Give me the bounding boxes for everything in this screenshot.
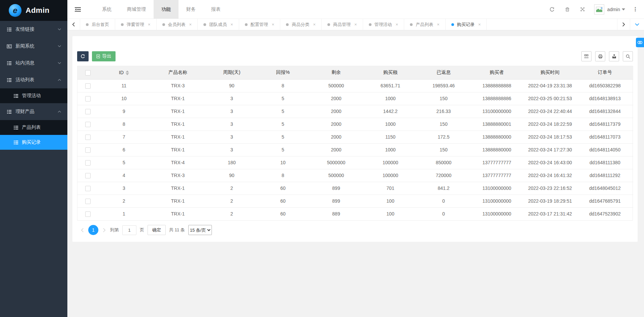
table-cell: dd1648132844 (577, 105, 633, 118)
tabs-menu-icon[interactable] (630, 19, 644, 30)
sidebar-collapse-icon[interactable] (67, 0, 88, 19)
page-number-input[interactable] (122, 225, 136, 235)
tab-close-icon[interactable]: × (313, 22, 316, 27)
trash-icon[interactable] (560, 0, 575, 19)
column-header-0: ID (98, 66, 150, 79)
sidebar-item-finance-products[interactable]: 理财产品 (0, 103, 67, 120)
tab-close-icon[interactable]: × (189, 22, 192, 27)
sidebar-item-product-list[interactable]: 产品列表 (0, 120, 67, 135)
columns-filter-icon[interactable] (581, 51, 591, 61)
nav-item-mall[interactable]: 商城管理 (119, 0, 154, 19)
table-cell: 13888880000 (470, 143, 523, 156)
search-icon[interactable] (623, 51, 633, 61)
quick-link-button[interactable] (636, 38, 644, 47)
sidebar-item-activity-list[interactable]: 活动列表 (0, 71, 67, 88)
tab-close-icon[interactable]: × (478, 22, 481, 27)
select-all-header-cell (77, 66, 98, 79)
export-button[interactable]: 导出 (92, 51, 116, 61)
row-checkbox[interactable] (85, 109, 91, 114)
tabs-scroll-right-icon[interactable] (617, 19, 630, 30)
prev-page-icon[interactable] (80, 228, 85, 232)
tab-close-icon[interactable]: × (354, 22, 357, 27)
tab-purchase-records[interactable]: 购买记录× (446, 19, 487, 30)
table-cell: 13888880001 (470, 118, 523, 131)
tab-close-icon[interactable]: × (148, 22, 151, 27)
tab-goods-category[interactable]: 商品分类× (280, 19, 322, 30)
table-cell: 13100000000 (470, 105, 523, 118)
tab-team-members[interactable]: 团队成员× (198, 19, 239, 30)
app-root: e Admin 友情链接新闻系统站内消息活动列表管理活动理财产品产品列表购买记录… (0, 0, 644, 317)
more-menu-icon[interactable]: ⋮ (631, 6, 640, 12)
row-select-cell (77, 156, 98, 169)
select-all-checkbox[interactable] (85, 70, 91, 76)
refresh-icon[interactable] (544, 0, 560, 19)
tab-product-list[interactable]: 产品列表× (404, 19, 446, 30)
nav-item-report[interactable]: 报表 (203, 0, 228, 19)
table-cell: 0 (417, 207, 470, 220)
tab-close-icon[interactable]: × (230, 22, 233, 27)
sidebar-item-news-system[interactable]: 新闻系统 (0, 38, 67, 55)
row-checkbox[interactable] (85, 96, 91, 102)
print-icon[interactable] (595, 51, 605, 61)
export-data-icon[interactable] (609, 51, 619, 61)
next-page-icon[interactable] (102, 228, 107, 232)
row-checkbox[interactable] (85, 199, 91, 204)
row-checkbox[interactable] (85, 211, 91, 217)
sidebar-item-friend-links[interactable]: 友情链接 (0, 21, 67, 38)
tab-status-dot (410, 23, 413, 26)
tab-goods-manage[interactable]: 商品管理× (322, 19, 363, 30)
row-select-cell (77, 105, 98, 118)
logo[interactable]: e Admin (0, 0, 67, 21)
nav-item-finance[interactable]: 财务 (179, 0, 203, 19)
table-cell: 100 (364, 195, 417, 207)
list-icon (13, 125, 19, 130)
row-checkbox[interactable] (85, 147, 91, 153)
username[interactable]: admin (607, 7, 620, 12)
table-cell: 2022-03-17 21:31:42 (523, 207, 577, 220)
table-cell: 2000 (309, 118, 364, 131)
column-header-label: 产品名称 (168, 69, 187, 75)
row-checkbox[interactable] (85, 173, 91, 178)
table-cell: dd1648138913 (577, 92, 633, 105)
tabs-scroll-left-icon[interactable] (67, 19, 80, 30)
row-select-cell (77, 131, 98, 143)
row-checkbox[interactable] (85, 160, 91, 166)
table-cell: dd1648111292 (577, 169, 633, 182)
tab-popup-manage[interactable]: 弹窗管理× (115, 19, 157, 30)
row-checkbox[interactable] (85, 122, 91, 127)
current-page-badge[interactable]: 1 (88, 225, 98, 235)
refresh-table-button[interactable] (77, 51, 89, 61)
fullscreen-icon[interactable] (575, 0, 590, 19)
sidebar-submenu-finance-products: 产品列表购买记录 (0, 120, 67, 150)
tab-label: 团队成员 (209, 22, 227, 28)
table-cell: 850000 (417, 156, 470, 169)
row-checkbox[interactable] (85, 83, 91, 89)
row-checkbox[interactable] (85, 186, 91, 191)
tab-config-manage[interactable]: 配置管理× (239, 19, 281, 30)
sidebar-item-purchase-records[interactable]: 购买记录 (0, 135, 67, 150)
nav-item-system[interactable]: 系统 (94, 0, 119, 19)
avatar[interactable] (594, 4, 604, 15)
page-size-select[interactable]: 15 条/页 (188, 225, 212, 235)
tab-status-dot (121, 23, 124, 26)
tab-close-icon[interactable]: × (396, 22, 398, 27)
table-cell: 2 (98, 195, 150, 207)
row-checkbox[interactable] (85, 135, 91, 140)
list-icon (7, 109, 12, 114)
sidebar-item-manage-activity[interactable]: 管理活动 (0, 88, 67, 103)
tab-label: 产品列表 (416, 22, 433, 28)
chevron-down-icon[interactable] (622, 8, 625, 10)
sidebar-item-site-messages[interactable]: 站内消息 (0, 55, 67, 71)
tab-close-icon[interactable]: × (437, 22, 440, 27)
list-icon (13, 140, 19, 145)
confirm-page-button[interactable]: 确定 (148, 225, 166, 235)
tab-home[interactable]: 后台首页 (80, 19, 115, 30)
tab-close-icon[interactable]: × (272, 22, 275, 27)
table-cell: dd1648114050 (577, 143, 633, 156)
nav-item-function[interactable]: 功能 (154, 0, 179, 19)
sort-icon[interactable] (126, 70, 129, 75)
table-cell: TRX-1 (150, 143, 206, 156)
tab-manage-activity[interactable]: 管理活动× (363, 19, 405, 30)
table-cell: 13100000000 (470, 182, 523, 195)
tab-member-list[interactable]: 会员列表× (157, 19, 198, 30)
